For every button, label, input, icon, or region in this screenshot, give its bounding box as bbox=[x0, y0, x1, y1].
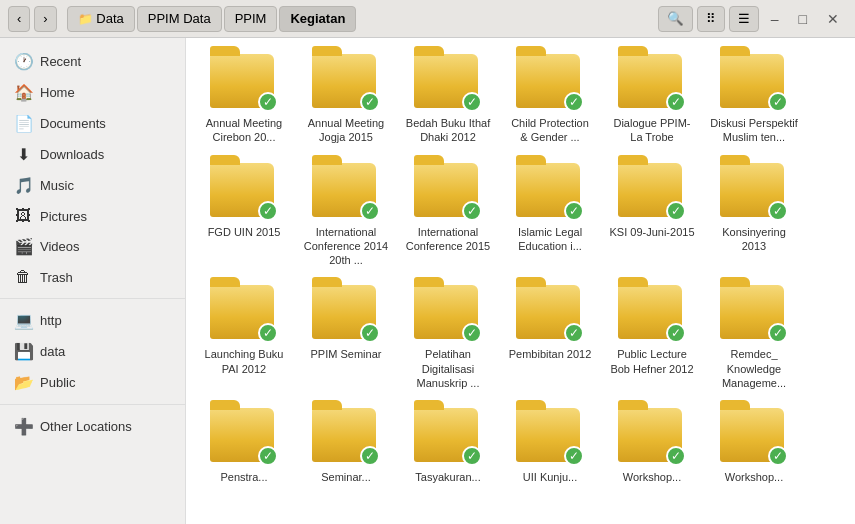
folder-label: Workshop... bbox=[725, 470, 784, 484]
sidebar-label-public: Public bbox=[40, 375, 75, 390]
minimize-button[interactable]: – bbox=[763, 9, 787, 29]
grid-icon: ⠿ bbox=[706, 11, 716, 26]
sidebar-item-other-locations[interactable]: ➕ Other Locations bbox=[0, 411, 185, 442]
breadcrumb-data[interactable]: 📁 Data bbox=[67, 6, 135, 32]
folder-label: International Conference 2015 bbox=[404, 225, 492, 254]
folder-item[interactable]: ✓ Child Protection & Gender ... bbox=[502, 48, 598, 151]
folder-item[interactable]: ✓ Annual Meeting Jogja 2015 bbox=[298, 48, 394, 151]
check-badge: ✓ bbox=[462, 446, 482, 466]
folder-item[interactable]: ✓ Seminar... bbox=[298, 402, 394, 490]
folder-item[interactable]: ✓ Launching Buku PAI 2012 bbox=[196, 279, 292, 396]
check-badge: ✓ bbox=[666, 201, 686, 221]
breadcrumb-kegiatan[interactable]: Kegiatan bbox=[279, 6, 356, 32]
folder-item[interactable]: ✓ Bedah Buku Ithaf Dhaki 2012 bbox=[400, 48, 496, 151]
folder-item[interactable]: ✓ Workshop... bbox=[706, 402, 802, 490]
folder-item[interactable]: ✓ International Conference 2014 20th ... bbox=[298, 157, 394, 274]
folder-label: Penstra... bbox=[220, 470, 267, 484]
sidebar-item-data[interactable]: 💾 data bbox=[0, 336, 185, 367]
list-view-button[interactable]: ☰ bbox=[729, 6, 759, 32]
forward-button[interactable]: › bbox=[34, 6, 56, 32]
sidebar-item-documents[interactable]: 📄 Documents bbox=[0, 108, 185, 139]
folder-item[interactable]: ✓ Konsinyering 2013 bbox=[706, 157, 802, 274]
recent-icon: 🕐 bbox=[14, 52, 32, 71]
folder-icon-wrap: ✓ bbox=[618, 408, 686, 466]
check-badge: ✓ bbox=[666, 92, 686, 112]
folder-item[interactable]: ✓ International Conference 2015 bbox=[400, 157, 496, 274]
breadcrumb-ppimdata[interactable]: PPIM Data bbox=[137, 6, 222, 32]
other-locations-icon: ➕ bbox=[14, 417, 32, 436]
sidebar-label-other-locations: Other Locations bbox=[40, 419, 132, 434]
check-badge: ✓ bbox=[768, 201, 788, 221]
folder-icon-wrap: ✓ bbox=[618, 163, 686, 221]
sidebar-label-documents: Documents bbox=[40, 116, 106, 131]
folder-item[interactable]: ✓ Annual Meeting Cirebon 20... bbox=[196, 48, 292, 151]
folder-label: Pembibitan 2012 bbox=[509, 347, 592, 361]
folder-icon-wrap: ✓ bbox=[618, 54, 686, 112]
folder-label: KSI 09-Juni-2015 bbox=[610, 225, 695, 239]
music-icon: 🎵 bbox=[14, 176, 32, 195]
breadcrumb: 📁 Data PPIM Data PPIM Kegiatan bbox=[67, 6, 357, 32]
folder-icon-wrap: ✓ bbox=[312, 163, 380, 221]
maximize-button[interactable]: □ bbox=[791, 9, 815, 29]
file-grid: ✓ Annual Meeting Cirebon 20... ✓ Annual … bbox=[196, 48, 845, 491]
folder-item[interactable]: ✓ Pelatihan Digitalisasi Manuskrip ... bbox=[400, 279, 496, 396]
sidebar-label-music: Music bbox=[40, 178, 74, 193]
folder-icon-wrap: ✓ bbox=[414, 163, 482, 221]
videos-icon: 🎬 bbox=[14, 237, 32, 256]
folder-icon-wrap: ✓ bbox=[210, 285, 278, 343]
folder-label: Child Protection & Gender ... bbox=[506, 116, 594, 145]
check-badge: ✓ bbox=[564, 201, 584, 221]
breadcrumb-ppim[interactable]: PPIM bbox=[224, 6, 278, 32]
close-button[interactable]: ✕ bbox=[819, 9, 847, 29]
sidebar: 🕐 Recent 🏠 Home 📄 Documents ⬇ Downloads … bbox=[0, 38, 186, 524]
folder-icon-wrap: ✓ bbox=[414, 54, 482, 112]
folder-label: Bedah Buku Ithaf Dhaki 2012 bbox=[404, 116, 492, 145]
check-badge: ✓ bbox=[258, 446, 278, 466]
sidebar-label-trash: Trash bbox=[40, 270, 73, 285]
folder-item[interactable]: ✓ PPIM Seminar bbox=[298, 279, 394, 396]
check-badge: ✓ bbox=[564, 446, 584, 466]
check-badge: ✓ bbox=[462, 92, 482, 112]
folder-label: UII Kunju... bbox=[523, 470, 577, 484]
sidebar-item-downloads[interactable]: ⬇ Downloads bbox=[0, 139, 185, 170]
folder-icon-wrap: ✓ bbox=[210, 54, 278, 112]
folder-icon-wrap: ✓ bbox=[516, 163, 584, 221]
folder-item[interactable]: ✓ Public Lecture Bob Hefner 2012 bbox=[604, 279, 700, 396]
check-badge: ✓ bbox=[462, 323, 482, 343]
folder-label: Diskusi Perspektif Muslim ten... bbox=[710, 116, 798, 145]
search-button[interactable]: 🔍 bbox=[658, 6, 693, 32]
pictures-icon: 🖼 bbox=[14, 207, 32, 225]
folder-item[interactable]: ✓ Islamic Legal Education i... bbox=[502, 157, 598, 274]
grid-view-button[interactable]: ⠿ bbox=[697, 6, 725, 32]
folder-icon-wrap: ✓ bbox=[516, 54, 584, 112]
folder-item[interactable]: ✓ UII Kunju... bbox=[502, 402, 598, 490]
folder-item[interactable]: ✓ Workshop... bbox=[604, 402, 700, 490]
folder-item[interactable]: ✓ FGD UIN 2015 bbox=[196, 157, 292, 274]
folder-item[interactable]: ✓ Tasyakuran... bbox=[400, 402, 496, 490]
folder-item[interactable]: ✓ Remdec_ Knowledge Manageme... bbox=[706, 279, 802, 396]
sidebar-item-music[interactable]: 🎵 Music bbox=[0, 170, 185, 201]
folder-item[interactable]: ✓ Pembibitan 2012 bbox=[502, 279, 598, 396]
folder-item[interactable]: ✓ Penstra... bbox=[196, 402, 292, 490]
back-button[interactable]: ‹ bbox=[8, 6, 30, 32]
folder-label: Remdec_ Knowledge Manageme... bbox=[710, 347, 798, 390]
check-badge: ✓ bbox=[768, 323, 788, 343]
folder-icon-wrap: ✓ bbox=[720, 54, 788, 112]
sidebar-item-recent[interactable]: 🕐 Recent bbox=[0, 46, 185, 77]
folder-icon-wrap: ✓ bbox=[720, 408, 788, 466]
folder-item[interactable]: ✓ Diskusi Perspektif Muslim ten... bbox=[706, 48, 802, 151]
sidebar-item-pictures[interactable]: 🖼 Pictures bbox=[0, 201, 185, 231]
folder-icon-wrap: ✓ bbox=[414, 408, 482, 466]
sidebar-divider2 bbox=[0, 404, 185, 405]
sidebar-item-trash[interactable]: 🗑 Trash bbox=[0, 262, 185, 292]
sidebar-item-http[interactable]: 💻 http bbox=[0, 305, 185, 336]
check-badge: ✓ bbox=[258, 92, 278, 112]
sidebar-item-videos[interactable]: 🎬 Videos bbox=[0, 231, 185, 262]
folder-item[interactable]: ✓ Dialogue PPIM-La Trobe bbox=[604, 48, 700, 151]
folder-icon-wrap: ✓ bbox=[720, 163, 788, 221]
sidebar-item-public[interactable]: 📂 Public bbox=[0, 367, 185, 398]
trash-icon: 🗑 bbox=[14, 268, 32, 286]
sidebar-item-home[interactable]: 🏠 Home bbox=[0, 77, 185, 108]
folder-item[interactable]: ✓ KSI 09-Juni-2015 bbox=[604, 157, 700, 274]
documents-icon: 📄 bbox=[14, 114, 32, 133]
